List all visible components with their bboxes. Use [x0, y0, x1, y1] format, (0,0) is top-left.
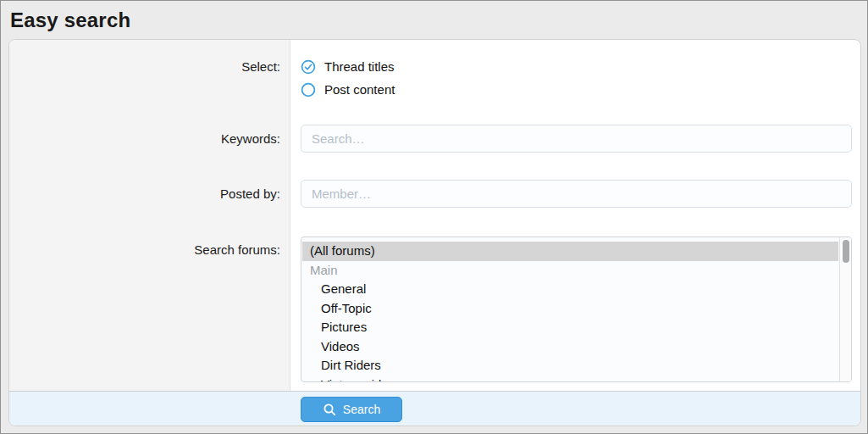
radio-post-content[interactable]: Post content: [301, 81, 395, 98]
forum-option-all-forums[interactable]: (All forums): [302, 242, 838, 261]
forum-list-rows: (All forums) Main General Off-Topic Pict…: [302, 238, 838, 382]
search-form-panel: Select: Keywords: Posted by: Search foru…: [8, 39, 861, 426]
posted-by-input[interactable]: [301, 180, 852, 208]
form-footer: Search: [9, 391, 860, 426]
keywords-label: Keywords:: [9, 131, 290, 147]
radio-post-content-label: Post content: [324, 81, 395, 98]
keywords-input[interactable]: [301, 125, 852, 153]
select-label: Select:: [9, 58, 290, 75]
forum-list[interactable]: (All forums) Main General Off-Topic Pict…: [301, 236, 852, 382]
radio-thread-titles-label: Thread titles: [324, 58, 395, 75]
radio-unchecked-icon: [301, 82, 316, 97]
label-column: [9, 40, 290, 391]
posted-by-label: Posted by:: [9, 186, 290, 203]
search-button[interactable]: Search: [301, 397, 402, 422]
search-icon: [323, 403, 337, 417]
search-button-label: Search: [343, 403, 380, 416]
page-title: Easy search: [10, 8, 130, 32]
forum-group-main: Main: [302, 261, 838, 281]
forum-option-off-topic[interactable]: Off-Topic: [302, 299, 838, 319]
forum-option-dirt-riders[interactable]: Dirt Riders: [302, 356, 838, 376]
radio-thread-titles[interactable]: Thread titles: [301, 58, 395, 75]
forum-list-scrollbar[interactable]: [839, 237, 851, 381]
forum-option-videos[interactable]: Videos: [302, 337, 838, 357]
easy-search-page: Easy search Select: Keywords: Posted by:…: [0, 0, 868, 434]
scrollbar-thumb[interactable]: [843, 240, 849, 263]
forum-option-clipped[interactable]: Vintage riders: [302, 376, 838, 383]
radio-checked-icon: [301, 59, 316, 75]
forum-option-pictures[interactable]: Pictures: [302, 318, 838, 337]
search-forums-label: Search forums:: [9, 242, 290, 259]
forum-option-general[interactable]: General: [302, 280, 838, 299]
